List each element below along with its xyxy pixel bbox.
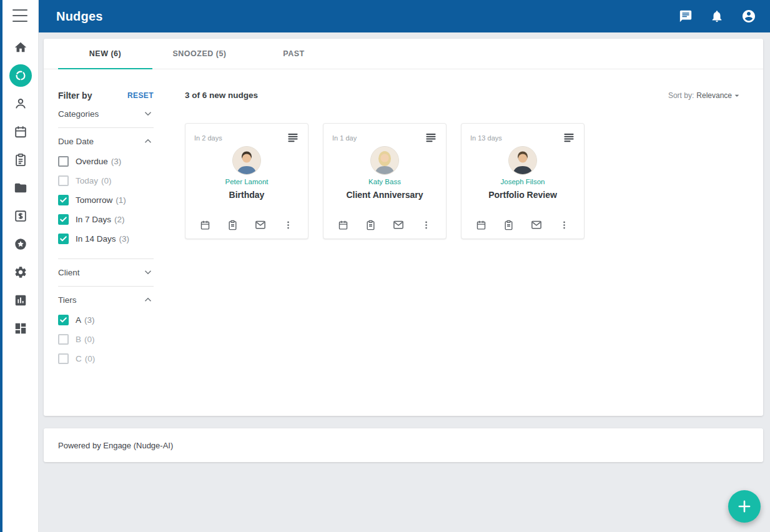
checkbox[interactable]	[58, 334, 69, 345]
nudge-type: Portfolio Review	[470, 190, 575, 200]
tab-snoozed[interactable]: SNOOZED (5)	[152, 39, 247, 69]
reset-filters-button[interactable]: RESET	[127, 91, 154, 100]
sidebar-item-calendar[interactable]	[2, 117, 38, 145]
sidebar	[2, 0, 39, 532]
notifications-button[interactable]	[710, 9, 724, 23]
calendar-action-button[interactable]	[338, 220, 348, 230]
filter-section-categories[interactable]: Categories	[58, 106, 154, 121]
summary-button[interactable]	[563, 131, 575, 144]
summary-button[interactable]	[287, 131, 299, 144]
tab-past[interactable]: PAST	[247, 39, 341, 69]
nudge-type: Birthday	[194, 190, 299, 200]
chat-button[interactable]	[679, 9, 693, 23]
checkbox-checked[interactable]	[58, 195, 69, 205]
filter-section-due-date[interactable]: Due Date	[58, 134, 154, 149]
clipboard-icon	[503, 220, 514, 230]
categories-label: Categories	[58, 109, 99, 119]
bar-chart-icon	[14, 293, 27, 307]
more-vert-icon	[559, 220, 570, 230]
notes-action-button[interactable]	[365, 220, 376, 230]
page-title: Nudges	[56, 9, 103, 24]
option-count: (3)	[111, 157, 122, 166]
menu-icon[interactable]	[12, 9, 27, 22]
filter-option-tomorrow[interactable]: Tomorrow (1)	[58, 190, 154, 210]
more-actions-button[interactable]	[559, 220, 570, 230]
sidebar-item-documents[interactable]	[2, 174, 38, 202]
summary-button[interactable]	[425, 131, 437, 144]
filter-section-client[interactable]: Client	[58, 265, 154, 280]
avatar[interactable]	[232, 146, 261, 175]
sort-value: Relevance	[696, 91, 732, 100]
filter-option-in-7-days[interactable]: In 7 Days (2)	[58, 210, 154, 229]
client-link[interactable]: Peter Lamont	[194, 178, 299, 185]
option-label: Today	[76, 176, 98, 185]
tiers-label: Tiers	[58, 295, 77, 305]
avatar[interactable]	[370, 146, 399, 175]
option-label: Tomorrow	[76, 195, 112, 205]
filter-option-in-14-days[interactable]: In 14 Days (3)	[58, 229, 154, 249]
tab-new[interactable]: NEW (6)	[58, 39, 152, 69]
filter-option-today[interactable]: Today (0)	[58, 171, 154, 190]
add-nudge-button[interactable]	[728, 490, 761, 523]
sidebar-item-nudges[interactable]	[2, 61, 38, 89]
avatar[interactable]	[508, 146, 537, 175]
sort-by-label: Sort by:	[668, 91, 694, 100]
nudge-count-summary: 3 of 6 new nudges	[185, 91, 258, 100]
dashboard-icon	[14, 322, 27, 335]
calendar-icon	[14, 125, 27, 139]
home-icon	[14, 41, 27, 54]
sidebar-item-home[interactable]	[2, 33, 38, 61]
avatar-image	[371, 147, 398, 174]
star-circle-icon	[14, 237, 27, 251]
sidebar-item-dashboard[interactable]	[2, 314, 38, 342]
nudges-active-badge	[9, 64, 32, 87]
calendar-action-button[interactable]	[476, 220, 486, 230]
due-label: In 13 days	[470, 131, 502, 142]
filter-option-tier-a[interactable]: A (3)	[58, 310, 154, 330]
tab-bar: NEW (6) SNOOZED (5) PAST	[44, 39, 763, 69]
client-link[interactable]: Katy Bass	[332, 178, 437, 185]
filter-panel: Filter by RESET Categories Due Date Over…	[44, 69, 154, 415]
option-count: (2)	[114, 215, 125, 224]
sidebar-item-settings[interactable]	[2, 258, 38, 286]
option-label: In 14 Days	[76, 234, 116, 244]
clipboard-icon	[14, 153, 27, 167]
email-action-button[interactable]	[255, 219, 266, 230]
subject-icon	[563, 131, 575, 144]
sidebar-item-billing[interactable]	[2, 202, 38, 230]
checkbox[interactable]	[58, 156, 69, 167]
sort-control[interactable]: Sort by: Relevance	[668, 91, 742, 101]
checkbox-checked[interactable]	[58, 234, 69, 244]
check-icon	[59, 316, 67, 324]
client-link[interactable]: Joseph Filson	[470, 178, 575, 185]
option-label: Overdue	[76, 157, 108, 166]
checkbox[interactable]	[58, 353, 69, 364]
sidebar-item-tasks[interactable]	[2, 145, 38, 174]
sidebar-item-favorites[interactable]	[2, 230, 38, 258]
chevron-up-icon	[142, 294, 154, 305]
checkbox[interactable]	[58, 175, 69, 186]
filter-option-tier-c[interactable]: C (0)	[58, 349, 154, 368]
check-icon	[59, 196, 67, 204]
filter-option-tier-b[interactable]: B (0)	[58, 330, 154, 349]
notes-action-button[interactable]	[503, 220, 514, 230]
filter-option-overdue[interactable]: Overdue (3)	[58, 152, 154, 171]
checkbox-checked[interactable]	[58, 214, 69, 225]
more-actions-button[interactable]	[283, 220, 294, 230]
filter-section-tiers[interactable]: Tiers	[58, 292, 154, 307]
calendar-icon	[200, 220, 210, 230]
more-actions-button[interactable]	[421, 220, 432, 230]
checkbox-checked[interactable]	[58, 315, 69, 325]
account-button[interactable]	[741, 9, 756, 24]
sidebar-item-reports[interactable]	[2, 286, 38, 314]
email-action-button[interactable]	[531, 219, 542, 230]
calendar-action-button[interactable]	[200, 220, 210, 230]
sidebar-item-contacts[interactable]	[2, 89, 38, 117]
notes-action-button[interactable]	[227, 220, 238, 230]
email-action-button[interactable]	[393, 219, 404, 230]
subject-icon	[287, 131, 299, 144]
chevron-down-icon	[142, 108, 154, 119]
person-icon	[14, 97, 27, 111]
due-date-label: Due Date	[58, 137, 94, 146]
client-label: Client	[58, 268, 80, 277]
